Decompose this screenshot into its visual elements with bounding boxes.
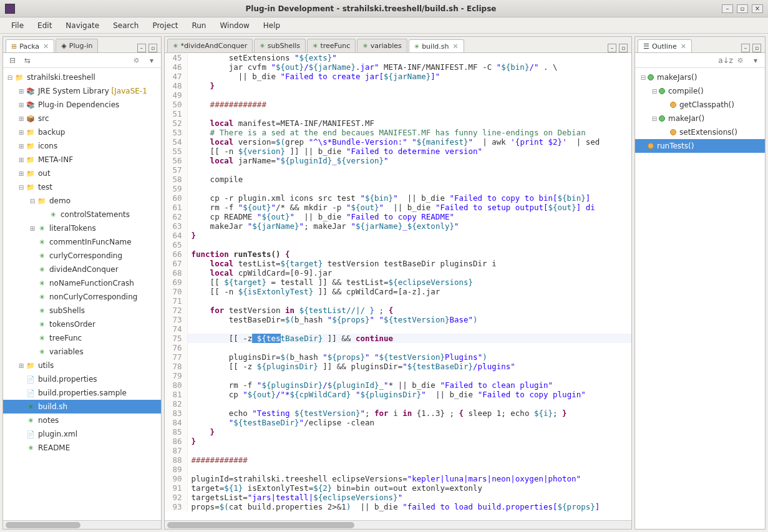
code-line[interactable]: [[ -z ${pluginsDir} ]] && pluginsDir="${… bbox=[187, 362, 631, 371]
tab-package-explorer[interactable]: ⊞ Packa ✕ bbox=[6, 39, 54, 53]
code-line[interactable]: local version=$(grep "^\s*Bundle-Version… bbox=[187, 137, 631, 147]
tree-toggle-icon[interactable]: ⊟ bbox=[6, 74, 14, 81]
menu-edit[interactable]: Edit bbox=[31, 19, 58, 32]
code-line[interactable]: local jarName="${pluginId}_${version}" bbox=[187, 156, 631, 165]
tree-item-plugin-xml[interactable]: 📄plugin.xml bbox=[3, 427, 161, 441]
menu-search[interactable]: Search bbox=[107, 19, 145, 32]
tab-plugin[interactable]: ◈ Plug-in bbox=[56, 39, 98, 52]
code-line[interactable]: pluginId=strahilski.treeshell eclipseVer… bbox=[187, 474, 631, 483]
minimize-button[interactable]: – bbox=[722, 4, 733, 13]
editor-horiz-scrollbar[interactable] bbox=[165, 520, 631, 529]
code-line[interactable] bbox=[187, 109, 631, 118]
tree-item-notes[interactable]: ✳notes bbox=[3, 414, 161, 427]
code-line[interactable]: } bbox=[187, 231, 631, 240]
code-line[interactable] bbox=[187, 184, 631, 193]
tree-toggle-icon[interactable]: ⊞ bbox=[17, 129, 26, 136]
close-button[interactable]: × bbox=[752, 4, 763, 13]
editor-tab-treefunc[interactable]: ✳treeFunc bbox=[307, 39, 356, 52]
tree-toggle-icon[interactable]: ⊟ bbox=[28, 198, 37, 205]
tree-item-commentinfuncname[interactable]: ✳commentInFuncName bbox=[3, 235, 161, 249]
code-line[interactable]: cp -r plugin.xml icons src test "${bin}"… bbox=[187, 193, 631, 203]
tree-item-subshells[interactable]: ✳subShells bbox=[3, 304, 161, 317]
editor-tab-variables[interactable]: ✳variables bbox=[357, 39, 407, 52]
outline-tree[interactable]: ⊟makeJars()⊟compile()getClasspath()⊟make… bbox=[635, 68, 765, 529]
code-line[interactable]: makeJar "${jarName}"; makeJar "${jarName… bbox=[187, 221, 631, 231]
sort-icon[interactable]: a↓z bbox=[720, 55, 731, 66]
tree-item-controlstatements[interactable]: ✳controlStatements bbox=[3, 208, 161, 221]
tree-item-plug-in-dependencies[interactable]: ⊞📚Plug-in Dependencies bbox=[3, 98, 161, 112]
code-line[interactable]: pluginsDir=$(b_hash "${props}" "${testVe… bbox=[187, 352, 631, 362]
code-line[interactable] bbox=[187, 446, 631, 455]
tree-item-build-sh[interactable]: ✳build.sh bbox=[3, 400, 161, 414]
tree-item-tokensorder[interactable]: ✳tokensOrder bbox=[3, 317, 161, 331]
code-line[interactable]: || b_die "Failed to create jar[${jarName… bbox=[187, 72, 631, 81]
outline-item-makejars-[interactable]: ⊟makeJars() bbox=[635, 70, 765, 84]
editor-tab-build-sh[interactable]: ✳build.sh✕ bbox=[409, 39, 464, 53]
code-line[interactable]: } bbox=[187, 437, 631, 446]
code-line[interactable]: compile bbox=[187, 175, 631, 184]
tree-toggle-icon[interactable]: ⊞ bbox=[17, 102, 26, 109]
tree-item-out[interactable]: ⊞📁out bbox=[3, 167, 161, 180]
menu-project[interactable]: Project bbox=[146, 19, 184, 32]
code-line[interactable]: targetsList="jars|testall|${eclipseVersi… bbox=[187, 493, 631, 502]
code-line[interactable]: [[ -n ${version} ]] || b_die "Failed to … bbox=[187, 147, 631, 156]
tree-toggle-icon[interactable]: ⊞ bbox=[17, 143, 26, 150]
tree-item-demo[interactable]: ⊟📁demo bbox=[3, 194, 161, 208]
code-line[interactable] bbox=[187, 90, 631, 100]
code-editor[interactable]: 45 setExtensions "${exts}"46 jar cvfm "$… bbox=[165, 53, 631, 520]
outline-item-runtests-[interactable]: runTests() bbox=[635, 139, 765, 153]
tree-item-build-properties[interactable]: 📄build.properties bbox=[3, 372, 161, 386]
tree-item-strahilski-treeshell[interactable]: ⊟📁strahilski.treeshell bbox=[3, 70, 161, 84]
code-line[interactable] bbox=[187, 240, 631, 249]
tree-item-icons[interactable]: ⊞📁icons bbox=[3, 139, 161, 153]
outline-item-setextensions-[interactable]: setExtensions() bbox=[635, 125, 765, 139]
code-line[interactable] bbox=[187, 465, 631, 474]
tree-item-build-properties-sample[interactable]: 📄build.properties.sample bbox=[3, 386, 161, 400]
code-line[interactable] bbox=[187, 296, 631, 306]
outline-toggle-icon[interactable]: ⊟ bbox=[650, 88, 659, 95]
collapse-all-icon[interactable]: ⊟ bbox=[7, 55, 18, 66]
code-line[interactable]: cp README "${out}" || b_die "Failed to c… bbox=[187, 212, 631, 221]
minimize-view-icon[interactable]: – bbox=[741, 44, 750, 52]
tree-item-variables[interactable]: ✳variables bbox=[3, 345, 161, 359]
tree-item-meta-inf[interactable]: ⊞📁META-INF bbox=[3, 153, 161, 167]
outline-item-compile-[interactable]: ⊟compile() bbox=[635, 84, 765, 98]
menu-navigate[interactable]: Navigate bbox=[59, 19, 105, 32]
code-line[interactable]: setExtensions "${exts}" bbox=[187, 53, 631, 62]
maximize-view-icon[interactable]: ▫ bbox=[752, 44, 761, 52]
tree-item-backup[interactable]: ⊞📁backup bbox=[3, 125, 161, 139]
code-line[interactable]: jar cvfm "${out}/${jarName}.jar" META-IN… bbox=[187, 62, 631, 72]
code-line[interactable]: for testVersion in ${testList//|/ } ; { bbox=[187, 306, 631, 315]
tree-item-jre-system-library[interactable]: ⊞📚JRE System Library [JavaSE-1 bbox=[3, 84, 161, 98]
code-line[interactable]: [[ -n ${isExtonlyTest} ]] && cpWildCard=… bbox=[187, 287, 631, 296]
filter-icon[interactable]: ⛭ bbox=[131, 55, 142, 66]
code-line[interactable]: local testList=${target} testVersion tes… bbox=[187, 259, 631, 268]
code-line[interactable]: cp "${out}/"*${cpWildCard} "${pluginsDir… bbox=[187, 390, 631, 399]
editor-tab--divideandconquer[interactable]: ✳*divideAndConquer bbox=[167, 39, 253, 52]
outline-item-getclasspath-[interactable]: getClasspath() bbox=[635, 98, 765, 112]
outline-item-makejar-[interactable]: ⊟makeJar() bbox=[635, 112, 765, 125]
outline-toggle-icon[interactable]: ⊟ bbox=[639, 74, 648, 81]
maximize-view-icon[interactable]: ▫ bbox=[619, 44, 628, 52]
tree-item-src[interactable]: ⊞📦src bbox=[3, 112, 161, 125]
code-line[interactable]: rm -f "${pluginsDir}/${pluginId}_"* || b… bbox=[187, 380, 631, 390]
editor-tab-subshells[interactable]: ✳subShells bbox=[254, 39, 306, 52]
view-menu-icon[interactable]: ▾ bbox=[750, 55, 761, 66]
code-line[interactable]: rm -f "${out}"/* && mkdir -p "${out}" ||… bbox=[187, 203, 631, 212]
link-editor-icon[interactable]: ⇆ bbox=[22, 55, 33, 66]
tree-item-readme[interactable]: ✳README bbox=[3, 441, 161, 455]
tree-item-noncurlycorresponding[interactable]: ✳nonCurlyCorresponding bbox=[3, 290, 161, 304]
package-tree[interactable]: ⊟📁strahilski.treeshell⊞📚JRE System Libra… bbox=[3, 68, 161, 520]
close-icon[interactable]: ✕ bbox=[452, 42, 458, 51]
code-line[interactable]: props=$(cat build.properties 2>&1) || b_… bbox=[187, 502, 631, 511]
tree-toggle-icon[interactable]: ⊞ bbox=[17, 115, 26, 122]
code-line[interactable] bbox=[187, 343, 631, 352]
tree-item-nonamefunctioncrash[interactable]: ✳noNameFunctionCrash bbox=[3, 276, 161, 290]
close-icon[interactable]: ✕ bbox=[43, 42, 49, 51]
code-line[interactable]: [[ ${target} = testall ]] && testList=${… bbox=[187, 278, 631, 287]
menu-run[interactable]: Run bbox=[185, 19, 212, 32]
close-icon[interactable]: ✕ bbox=[681, 42, 686, 51]
minimize-view-icon[interactable]: – bbox=[608, 44, 616, 52]
menu-window[interactable]: Window bbox=[213, 19, 255, 32]
code-line[interactable]: local manifest=META-INF/MANIFEST.MF bbox=[187, 118, 631, 128]
